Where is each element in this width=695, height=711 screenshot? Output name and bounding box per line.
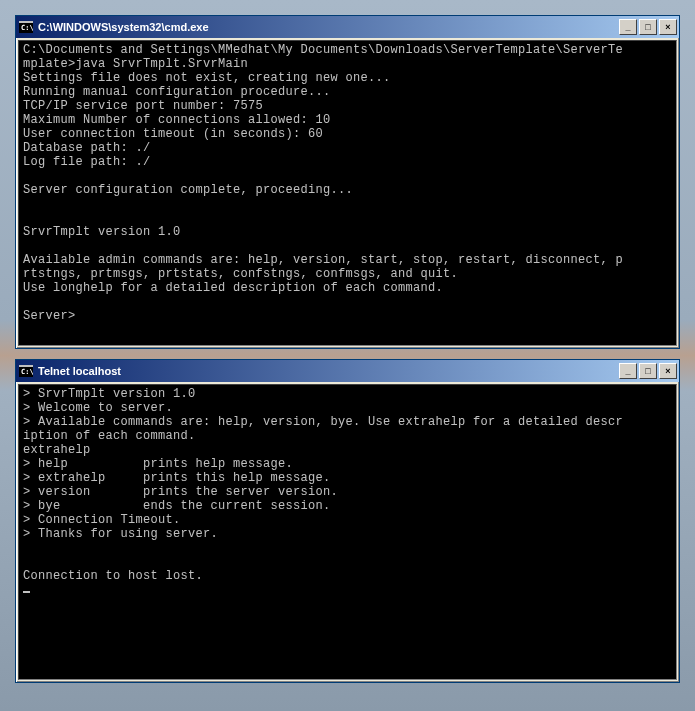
window-controls: _ □ × [619, 19, 677, 35]
maximize-button[interactable]: □ [639, 19, 657, 35]
svg-text:C:\: C:\ [21, 368, 33, 376]
titlebar[interactable]: C:\ Telnet localhost _ □ × [16, 360, 679, 382]
cmd-window: C:\ C:\WINDOWS\system32\cmd.exe _ □ × C:… [15, 15, 680, 349]
maximize-button[interactable]: □ [639, 363, 657, 379]
close-button[interactable]: × [659, 363, 677, 379]
terminal-output[interactable]: > SrvrTmplt version 1.0 > Welcome to ser… [18, 384, 677, 680]
terminal-text: > SrvrTmplt version 1.0 > Welcome to ser… [23, 387, 623, 583]
minimize-button[interactable]: _ [619, 363, 637, 379]
titlebar[interactable]: C:\ C:\WINDOWS\system32\cmd.exe _ □ × [16, 16, 679, 38]
svg-rect-4 [19, 365, 33, 367]
window-title: C:\WINDOWS\system32\cmd.exe [38, 21, 619, 33]
cmd-icon: C:\ [18, 19, 34, 35]
svg-rect-1 [19, 21, 33, 23]
svg-text:C:\: C:\ [21, 24, 33, 32]
window-title: Telnet localhost [38, 365, 619, 377]
terminal-output[interactable]: C:\Documents and Settings\MMedhat\My Doc… [18, 40, 677, 346]
telnet-window: C:\ Telnet localhost _ □ × > SrvrTmplt v… [15, 359, 680, 683]
minimize-button[interactable]: _ [619, 19, 637, 35]
cursor [23, 591, 30, 593]
window-controls: _ □ × [619, 363, 677, 379]
close-button[interactable]: × [659, 19, 677, 35]
cmd-icon: C:\ [18, 363, 34, 379]
